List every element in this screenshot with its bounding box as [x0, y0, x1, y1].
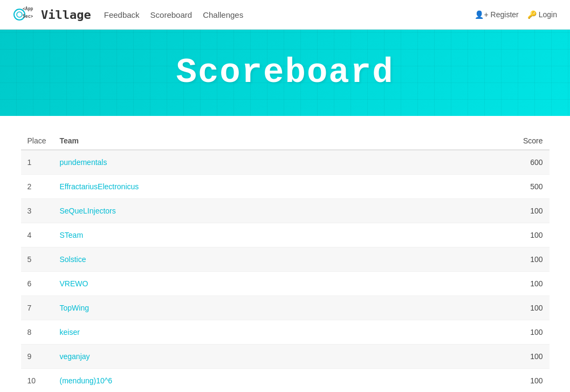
table-row: 5 Solstice 100: [21, 247, 550, 272]
row-score: 100: [420, 369, 550, 393]
table-row: 4 STeam 100: [21, 223, 550, 247]
row-place: 6: [21, 272, 53, 296]
scoreboard-container: Place Team Score 1 pundementals 600 2 Ef…: [10, 116, 560, 392]
nav-scoreboard[interactable]: Scoreboard: [150, 10, 193, 19]
col-place: Place: [21, 132, 53, 150]
team-link[interactable]: keiser: [60, 328, 80, 336]
table-row: 6 VREWO 100: [21, 272, 550, 296]
row-score: 100: [420, 199, 550, 223]
row-place: 7: [21, 296, 53, 320]
table-header: Place Team Score: [21, 132, 550, 150]
nav-challenges[interactable]: Challenges: [203, 10, 243, 19]
navbar: <App Sec> Village Feedback Scoreboard Ch…: [0, 0, 570, 30]
row-score: 100: [420, 223, 550, 247]
svg-text:Sec>: Sec>: [23, 14, 33, 19]
row-score: 100: [420, 345, 550, 369]
svg-text:<App: <App: [23, 6, 33, 11]
row-place: 4: [21, 223, 53, 247]
row-place: 1: [21, 150, 53, 175]
login-link[interactable]: 🔑 Login: [527, 10, 557, 19]
table-row: 10 (mendung)10^6 100: [21, 369, 550, 393]
row-team: TopWing: [53, 296, 420, 320]
row-team: STeam: [53, 223, 420, 247]
row-team: Solstice: [53, 247, 420, 272]
table-row: 1 pundementals 600: [21, 150, 550, 175]
row-score: 100: [420, 320, 550, 345]
row-score: 100: [420, 272, 550, 296]
row-place: 2: [21, 175, 53, 199]
row-team: EffractariusElectronicus: [53, 175, 420, 199]
login-icon: 🔑: [527, 10, 537, 19]
team-link[interactable]: SeQueLInjectors: [60, 207, 116, 215]
row-team: SeQueLInjectors: [53, 199, 420, 223]
hero-banner: Scoreboard: [0, 30, 570, 116]
register-icon: 👤+: [475, 10, 488, 19]
row-team: (mendung)10^6: [53, 369, 420, 393]
team-link[interactable]: EffractariusElectronicus: [60, 182, 139, 191]
table-row: 3 SeQueLInjectors 100: [21, 199, 550, 223]
nav-feedback[interactable]: Feedback: [104, 10, 140, 19]
team-link[interactable]: STeam: [60, 231, 84, 239]
row-score: 100: [420, 296, 550, 320]
team-link[interactable]: TopWing: [60, 304, 89, 312]
team-link[interactable]: veganjay: [60, 352, 90, 361]
row-team: pundementals: [53, 150, 420, 175]
team-link[interactable]: Solstice: [60, 255, 86, 264]
table-body: 1 pundementals 600 2 EffractariusElectro…: [21, 150, 550, 392]
login-label: Login: [539, 10, 557, 19]
team-link[interactable]: pundementals: [60, 158, 107, 167]
scoreboard-table: Place Team Score 1 pundementals 600 2 Ef…: [21, 132, 550, 392]
row-place: 5: [21, 247, 53, 272]
register-link[interactable]: 👤+ Register: [475, 10, 518, 19]
row-score: 100: [420, 247, 550, 272]
row-team: veganjay: [53, 345, 420, 369]
table-row: 8 keiser 100: [21, 320, 550, 345]
table-row: 2 EffractariusElectronicus 500: [21, 175, 550, 199]
row-team: VREWO: [53, 272, 420, 296]
brand-link[interactable]: <App Sec> Village: [13, 3, 91, 26]
nav-auth: 👤+ Register 🔑 Login: [475, 10, 557, 19]
col-team: Team: [53, 132, 420, 150]
row-place: 10: [21, 369, 53, 393]
row-place: 9: [21, 345, 53, 369]
hero-title: Scoreboard: [176, 53, 394, 92]
team-link[interactable]: VREWO: [60, 279, 88, 288]
brand-name: Village: [41, 8, 91, 22]
nav-links: Feedback Scoreboard Challenges: [104, 10, 475, 19]
brand-logo-icon: <App Sec>: [13, 3, 37, 26]
row-team: keiser: [53, 320, 420, 345]
register-label: Register: [491, 10, 519, 19]
row-score: 600: [420, 150, 550, 175]
row-place: 3: [21, 199, 53, 223]
table-row: 7 TopWing 100: [21, 296, 550, 320]
table-row: 9 veganjay 100: [21, 345, 550, 369]
row-place: 8: [21, 320, 53, 345]
svg-point-1: [17, 12, 22, 17]
col-score: Score: [420, 132, 550, 150]
team-link[interactable]: (mendung)10^6: [60, 376, 113, 385]
row-score: 500: [420, 175, 550, 199]
